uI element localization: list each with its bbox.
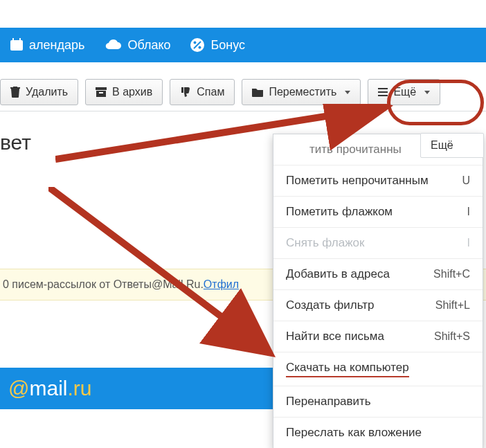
- info-text: 0 писем-рассылок от Ответы@Mail.Ru.: [3, 278, 204, 291]
- svg-rect-14: [378, 95, 388, 96]
- svg-rect-9: [96, 87, 107, 90]
- calendar-icon: [10, 38, 24, 52]
- menu-unflag-label: Снять флажок: [286, 236, 365, 250]
- menu-create-filter-label: Создать фильтр: [286, 298, 375, 312]
- thumb-down-icon: [180, 87, 191, 98]
- more-dropdown: Пом тить прочитанны Пометить непрочитанн…: [273, 134, 483, 448]
- menu-add-address-label: Добавить в адреса: [286, 267, 390, 281]
- logo-mail: mail: [29, 377, 67, 400]
- percent-icon: [190, 37, 205, 53]
- menu-add-address[interactable]: Добавить в адреса Shift+C: [273, 258, 483, 289]
- svg-rect-2: [19, 38, 21, 42]
- menu-add-address-key: Shift+C: [433, 268, 470, 280]
- trash-icon: [10, 87, 20, 98]
- top-navbar: алендарь Облако Бонус: [0, 28, 486, 62]
- menu-download-label: Скачать на компьютер: [286, 361, 409, 377]
- svg-rect-8: [13, 87, 17, 88]
- cloud-icon: [104, 38, 122, 52]
- more-button[interactable]: Ещё: [368, 79, 440, 105]
- logo-dot: .: [67, 377, 73, 400]
- archive-button[interactable]: В архив: [85, 79, 163, 105]
- nav-calendar-label: алендарь: [29, 38, 84, 53]
- nav-cloud[interactable]: Облако: [94, 38, 180, 53]
- menu-download[interactable]: Скачать на компьютер: [273, 352, 483, 386]
- mailru-logo-band: @ mail . ru: [0, 368, 277, 409]
- svg-rect-12: [378, 88, 388, 89]
- menu-flag-label: Пометить флажком: [286, 205, 393, 219]
- menu-unflag-key: I: [467, 237, 470, 249]
- move-button[interactable]: Переместить: [242, 79, 361, 105]
- svg-rect-0: [10, 40, 23, 51]
- folder-icon: [252, 87, 263, 97]
- more-tooltip-text: Ещё: [431, 139, 453, 152]
- menu-find-all-key: Shift+S: [434, 330, 470, 343]
- nav-bonus[interactable]: Бонус: [180, 37, 255, 53]
- svg-point-4: [194, 42, 197, 44]
- menu-forward-attachment[interactable]: Переслать как вложение: [273, 417, 483, 448]
- menu-forward-label: Переслать как вложение: [286, 426, 422, 440]
- delete-button[interactable]: Удалить: [0, 79, 78, 105]
- archive-label: В архив: [112, 86, 152, 98]
- move-label: Переместить: [269, 86, 336, 98]
- nav-bonus-label: Бонус: [210, 38, 245, 53]
- svg-rect-13: [378, 91, 388, 93]
- menu-redirect[interactable]: Перенаправить: [273, 386, 483, 417]
- svg-rect-11: [99, 92, 103, 93]
- menu-mark-unread[interactable]: Пометить непрочитанным U: [273, 165, 483, 196]
- menu-flag[interactable]: Пометить флажком I: [273, 196, 483, 227]
- list-icon: [378, 88, 388, 96]
- svg-rect-10: [96, 91, 106, 97]
- menu-mark-unread-label: Пометить непрочитанным: [286, 174, 429, 188]
- menu-mark-unread-key: U: [462, 174, 470, 187]
- svg-point-5: [199, 46, 201, 49]
- nav-calendar[interactable]: алендарь: [0, 38, 94, 53]
- menu-find-all[interactable]: Найти все письма Shift+S: [273, 321, 483, 352]
- chevron-down-icon: [424, 91, 430, 94]
- spam-button[interactable]: Спам: [170, 79, 235, 105]
- menu-mark-read-label-vis: тить прочитанны: [309, 143, 402, 156]
- delete-label: Удалить: [26, 86, 68, 98]
- mail-toolbar: Удалить В архив Спам Переместить Ещё: [0, 79, 486, 111]
- menu-create-filter[interactable]: Создать фильтр Shift+L: [273, 289, 483, 321]
- archive-icon: [96, 87, 107, 97]
- chevron-down-icon: [345, 91, 350, 94]
- more-tooltip: Ещё: [420, 133, 484, 158]
- nav-cloud-label: Облако: [127, 38, 170, 53]
- logo-ru: ru: [73, 377, 92, 400]
- spam-label: Спам: [197, 86, 224, 98]
- logo-at: @: [8, 377, 29, 400]
- menu-redirect-label: Перенаправить: [286, 395, 371, 409]
- menu-flag-key: I: [467, 206, 470, 218]
- menu-find-all-label: Найти все письма: [286, 330, 384, 343]
- svg-rect-1: [12, 38, 14, 42]
- more-label: Ещё: [393, 86, 416, 98]
- menu-create-filter-key: Shift+L: [435, 299, 470, 312]
- menu-unflag: Снять флажок I: [273, 227, 483, 258]
- info-filter-link[interactable]: Отфил: [204, 278, 239, 291]
